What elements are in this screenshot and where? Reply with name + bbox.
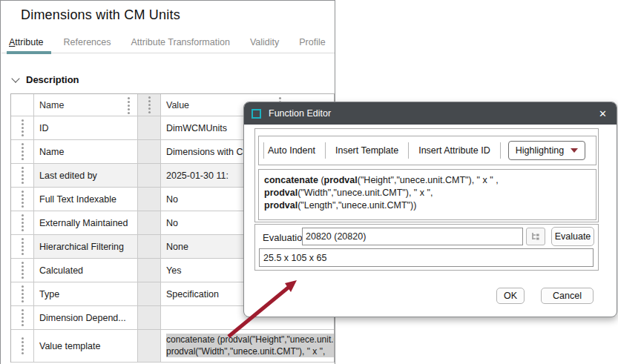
header-grip-cell [11,94,34,116]
evaluate-button[interactable]: Evaluate [551,227,594,246]
cancel-button[interactable]: Cancel [541,288,594,304]
tab-attribute[interactable]: Attribute [9,37,44,53]
row-drag-icon[interactable] [22,245,24,248]
row-name-cell[interactable]: Type [34,282,138,305]
row-grip-cell[interactable] [11,140,34,163]
dialog-title: Function Editor [269,108,331,119]
row-name-cell[interactable]: Value template [34,330,138,362]
header-name-label: Name [39,100,64,110]
row-drag-icon[interactable] [22,269,24,271]
highlighting-label: Highlighting [516,145,568,156]
row-drag-icon[interactable] [22,345,24,347]
row-value-cell[interactable]: concatenate (prodval("Height","unece.uni… [161,330,334,362]
evaluation-result-value: 25.5 x 105 x 65 [263,253,326,263]
row-separator-cell [138,306,161,329]
code-line: concatenate (prodval("Height","unece.uni… [264,174,591,187]
header-value-label: Value [166,100,189,110]
code-line: prodval("Width","unece.unit.CMT"), " x "… [264,187,591,199]
tab-attribute-transformation[interactable]: Attribute Transformation [131,37,230,53]
row-drag-icon[interactable] [22,198,24,200]
highlighting-dropdown[interactable]: Highlighting [508,141,585,160]
row-grip-cell[interactable] [11,188,34,211]
tab-references[interactable]: References [64,37,111,53]
evaluation-node-value: 20820 (20820) [306,231,366,242]
row-drag-icon[interactable] [22,150,24,153]
row-separator-cell [138,140,161,163]
evaluation-node-input[interactable]: 20820 (20820) [302,228,523,245]
tab-bar: AttributeReferencesAttribute Transformat… [1,35,335,53]
row-separator-cell [138,330,161,362]
toolbar-separator [500,142,501,159]
row-name-cell[interactable]: Name [34,140,138,163]
app-icon [252,109,261,119]
column-menu-icon[interactable] [128,105,130,107]
page-title: Dimensions with CM Units [21,7,180,23]
column-menu-icon[interactable] [148,104,151,106]
hierarchy-icon [530,232,541,241]
description-section-header[interactable]: Description [11,74,79,85]
row-drag-icon[interactable] [22,174,24,176]
table-row: Value templateconcatenate (prodval("Heig… [11,330,334,363]
section-title: Description [26,74,79,85]
function-editor-dialog: Function Editor ✕ Auto IndentInsert Temp… [243,102,617,317]
row-grip-cell[interactable] [11,211,34,234]
row-drag-icon[interactable] [22,127,24,129]
ok-button[interactable]: OK [496,288,525,304]
dialog-titlebar[interactable]: Function Editor ✕ [244,102,617,125]
chevron-down-icon [571,148,578,153]
auto-indent-button[interactable]: Auto Indent [264,145,319,156]
insert-attribute-id-button[interactable]: Insert Attribute ID [415,145,494,156]
evaluation-result-field[interactable]: 25.5 x 105 x 65 [259,248,594,267]
row-name-cell[interactable]: Full Text Indexable [34,188,138,211]
selected-formula-text[interactable]: concatenate (prodval("Height","unece.uni… [166,334,334,357]
header-name-cell[interactable]: Name [34,94,138,116]
row-name-cell[interactable]: Dimension Depend... [34,306,138,329]
row-separator-cell [138,235,161,258]
row-name-cell[interactable]: ID [34,116,138,139]
code-panel: Auto IndentInsert TemplateInsert Attribu… [254,128,599,222]
row-separator-cell [138,188,161,211]
close-icon[interactable]: ✕ [599,109,607,119]
row-separator-cell [138,259,161,282]
row-drag-icon[interactable] [22,222,24,224]
row-separator-cell [138,164,161,187]
tab-validity[interactable]: Validity [250,37,279,53]
code-line: prodval("Length","unece.unit.CMT")) [264,199,591,212]
evaluation-panel: Evaluation Node 20820 (20820) Evaluate 2… [254,224,599,271]
row-separator-cell [138,282,161,305]
row-grip-cell[interactable] [11,306,34,329]
toolbar-separator [325,142,326,159]
row-separator-cell [138,211,161,234]
editor-toolbar: Auto IndentInsert TemplateInsert Attribu… [258,136,596,165]
formula-code-editor[interactable]: concatenate (prodval("Height","unece.uni… [258,169,596,220]
browse-hierarchy-button[interactable] [526,228,545,245]
row-separator-cell [138,116,161,139]
row-grip-cell[interactable] [11,116,34,139]
row-drag-icon[interactable] [22,317,24,319]
row-name-cell[interactable]: Last edited by [34,164,138,187]
row-name-cell[interactable]: Externally Maintained [34,211,138,234]
row-drag-icon[interactable] [22,293,24,295]
header-separator-cell[interactable] [138,94,161,116]
row-grip-cell[interactable] [11,235,34,258]
insert-template-button[interactable]: Insert Template [332,145,402,156]
row-grip-cell[interactable] [11,164,34,187]
row-grip-cell[interactable] [11,330,34,362]
row-name-cell[interactable]: Hierarchical Filtering [34,235,138,258]
row-grip-cell[interactable] [11,259,34,282]
row-name-cell[interactable]: Calculated [34,259,138,282]
toolbar-separator [408,142,409,159]
chevron-down-icon[interactable] [11,74,19,82]
tab-profile[interactable]: Profile [299,37,325,53]
row-grip-cell[interactable] [11,282,34,305]
